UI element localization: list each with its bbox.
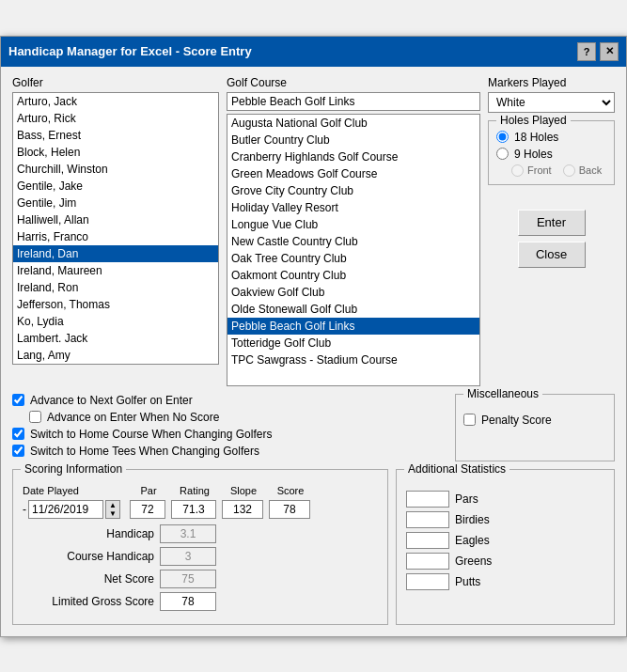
course-list-item[interactable]: Pebble Beach Golf Links [227,318,479,335]
course-list-item[interactable]: Augusta National Golf Club [227,115,479,132]
advance-no-score-checkbox[interactable] [29,411,41,423]
golfer-list-item[interactable]: Ko, Lydia [13,313,218,330]
golfer-list-item[interactable]: Arturo, Jack [13,93,218,110]
additional-stat-label: Eagles [455,534,490,547]
front-label: Front [527,164,552,176]
date-spin-up[interactable]: ▲ [106,501,119,509]
course-handicap-value [160,547,216,566]
golfer-list-item[interactable]: Jefferson, Thomas [13,296,218,313]
additional-label: Additional Statistics [404,462,509,476]
par-col-label: Par [130,485,167,496]
golfer-list-item[interactable]: Block, Helen [13,144,218,161]
penalty-score-checkbox[interactable] [463,414,476,426]
handicap-label: Handicap [23,527,154,540]
golfer-list-item[interactable]: Gentile, Jim [13,195,218,211]
course-list-item[interactable]: New Castle Country Club [227,233,479,250]
golfer-list-item[interactable]: Ireland, Dan [13,245,218,262]
golfer-list-item[interactable]: Bass, Ernest [13,127,218,144]
handicap-value [160,524,216,543]
markers-select[interactable]: WhiteBlueRedGoldBlack [488,92,615,113]
additional-stat-row: Pars [406,491,604,508]
help-button[interactable]: ? [577,42,596,61]
golfer-list-item[interactable]: Lang, Amy [13,347,218,364]
golfer-label: Golfer [12,76,219,89]
switch-home-tees-checkbox[interactable] [12,445,24,457]
enter-button[interactable]: Enter [518,210,586,236]
additional-stat-label: Greens [455,555,492,568]
course-list-item[interactable]: Grove City Country Club [227,182,479,199]
score-col-label: Score [269,485,312,496]
switch-home-course-checkbox[interactable] [12,428,24,440]
back-label: Back [579,164,602,176]
course-list-item[interactable]: Green Meadows Golf Course [227,165,479,182]
additional-stat-row: Birdies [406,511,604,528]
additional-stat-input[interactable] [406,573,449,590]
date-input[interactable] [28,500,103,519]
advance-next-label: Advance to Next Golfer on Enter [30,394,193,407]
net-score-value [160,570,216,588]
golfer-list-item[interactable]: Arturo, Rick [13,110,218,127]
course-list-item[interactable]: Holiday Valley Resort [227,199,479,216]
course-list-item[interactable]: TPC Sawgrass - Stadium Course [227,352,479,368]
course-list-item[interactable]: Oak Tree Country Club [227,250,479,267]
course-input[interactable] [227,92,480,111]
additional-stat-input[interactable] [406,511,449,528]
golfer-list-item[interactable]: Harris, Franco [13,228,218,245]
window-title: Handicap Manager for Excel - Score Entry [8,44,252,58]
golfer-listbox[interactable]: Arturo, JackArturo, RickBass, ErnestBloc… [12,92,219,365]
switch-home-course-label: Switch to Home Course When Changing Golf… [30,428,272,441]
course-list-item[interactable]: Olde Stonewall Golf Club [227,301,479,318]
course-list-item[interactable]: Butler Country Club [227,132,479,148]
main-window: Handicap Manager for Excel - Score Entry… [0,36,627,637]
par-input[interactable] [130,500,165,519]
course-listbox[interactable]: Augusta National Golf ClubButler Country… [227,114,480,386]
score-input[interactable] [269,500,310,519]
title-bar-buttons: ? ✕ [577,42,619,61]
golfer-list-item[interactable]: Ireland, Maureen [13,262,218,279]
golfer-list-item[interactable]: Gentile, Jake [13,178,218,195]
additional-stat-input[interactable] [406,532,449,549]
switch-home-tees-label: Switch to Home Tees When Changing Golfer… [30,445,259,458]
date-prefix: - [23,503,26,516]
golfer-list-item[interactable]: Park, Inbee [13,364,218,365]
9-holes-label: 9 Holes [514,148,553,161]
additional-stat-label: Putts [455,575,480,588]
golfer-list-item[interactable]: Churchill, Winston [13,161,218,178]
limited-gross-label: Limited Gross Score [23,595,154,608]
close-button-main[interactable]: Close [518,242,586,268]
date-col-label: Date Played [23,485,126,496]
course-list-item[interactable]: Oakview Golf Club [227,284,479,301]
date-spinner[interactable]: ▲ ▼ [105,500,120,519]
9-holes-radio[interactable] [496,148,509,160]
close-button[interactable]: ✕ [600,42,619,61]
additional-stat-row: Putts [406,573,604,590]
course-label: Golf Course [227,76,480,89]
misc-label: Miscellaneous [463,387,542,400]
course-list-item[interactable]: Cranberry Highlands Golf Course [227,148,479,165]
date-spin-down[interactable]: ▼ [106,509,119,518]
rating-input[interactable] [171,500,216,519]
course-handicap-label: Course Handicap [23,550,154,563]
course-list-item[interactable]: Oakmont Country Club [227,267,479,284]
front-radio[interactable] [511,164,524,177]
advance-next-checkbox[interactable] [12,394,24,406]
title-bar: Handicap Manager for Excel - Score Entry… [1,37,626,67]
additional-stat-input[interactable] [406,491,449,508]
course-list-item[interactable]: Totteridge Golf Club [227,335,479,352]
18-holes-radio[interactable] [496,131,509,143]
additional-stat-row: Greens [406,553,604,570]
additional-stat-row: Eagles [406,532,604,549]
course-list-item[interactable]: Longue Vue Club [227,216,479,233]
golfer-list-item[interactable]: Halliwell, Allan [13,211,218,228]
golfer-list-item[interactable]: Ireland, Ron [13,279,218,296]
additional-stat-label: Birdies [455,513,490,526]
holes-played-label: Holes Played [496,114,571,127]
slope-input[interactable] [222,500,263,519]
rating-col-label: Rating [171,485,218,496]
18-holes-label: 18 Holes [514,131,558,144]
limited-gross-value [160,592,216,611]
additional-stat-label: Pars [455,492,478,506]
golfer-list-item[interactable]: Lambert. Jack [13,330,218,347]
additional-stat-input[interactable] [406,553,449,570]
back-radio[interactable] [563,164,575,177]
